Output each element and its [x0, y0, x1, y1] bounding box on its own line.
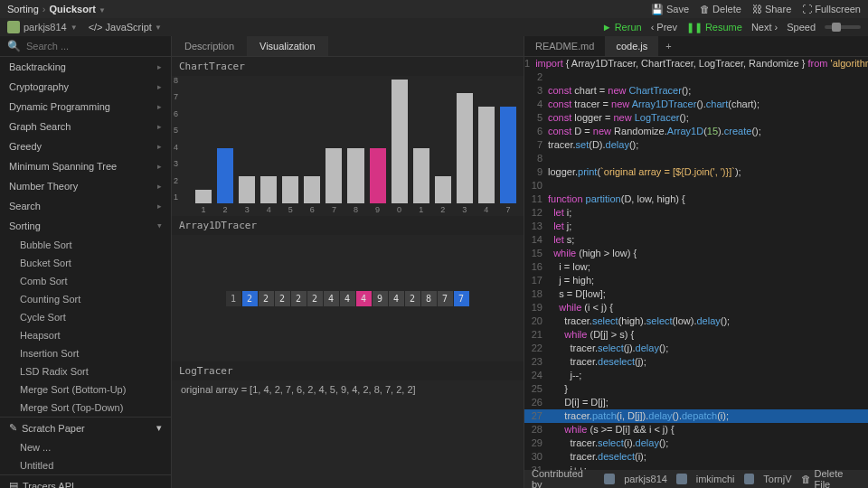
code-line[interactable]: 26 D[i] = D[j]; [524, 396, 868, 409]
fullscreen-button[interactable]: ⛶Fullscreen [802, 4, 861, 15]
code-line[interactable]: 13 let j; [524, 220, 868, 233]
algorithm-item[interactable]: Comb Sort [0, 272, 171, 290]
code-line[interactable]: 8 [524, 152, 868, 165]
algorithm-item[interactable]: Merge Sort (Bottom-Up) [0, 380, 171, 399]
delete-file-button[interactable]: 🗑Delete File [801, 468, 862, 488]
avatar [7, 21, 20, 33]
array-cell: 2 [307, 291, 323, 306]
code-line[interactable]: 23 tracer.deselect(j); [524, 355, 868, 369]
algorithm-item[interactable]: Bubble Sort [0, 236, 171, 254]
chart-bar [217, 148, 233, 203]
chevron-right-icon: ▸ [157, 102, 162, 111]
contributor-link[interactable]: parkjs814 [624, 474, 667, 484]
scratch-item[interactable]: Untitled [0, 456, 171, 474]
category-sorting[interactable]: Sorting▸ [0, 216, 171, 236]
code-line[interactable]: 4const tracer = new Array1DTracer().char… [524, 98, 868, 111]
algorithm-item[interactable]: Merge Sort (Top-Down) [0, 399, 171, 417]
chart-bar [304, 176, 320, 203]
code-line[interactable]: 21 while (D[j] > s) { [524, 328, 868, 342]
chevron-right-icon: ▸ [157, 182, 162, 191]
pause-icon: ❚❚ [686, 22, 703, 33]
code-line[interactable]: 11function partition(D, low, high) { [524, 192, 868, 206]
breadcrumb: Sorting›Quicksort ▼ [7, 4, 106, 14]
trash-icon: 🗑 [801, 474, 811, 484]
algorithm-item[interactable]: LSD Radix Sort [0, 362, 171, 380]
category-item[interactable]: Greedy▸ [0, 136, 171, 156]
code-line[interactable]: 9logger.print(`original array = [${D.joi… [524, 165, 868, 179]
array-title: Array1DTracer [172, 216, 524, 235]
play-icon: ► [602, 22, 612, 33]
contributed-label: Contributed by [532, 468, 595, 488]
share-button[interactable]: ⛓Share [752, 4, 791, 15]
tab-codejs[interactable]: code.js [605, 36, 658, 56]
next-button[interactable]: Next› [751, 22, 778, 33]
category-item[interactable]: Cryptography▸ [0, 77, 171, 97]
speed-slider[interactable] [825, 25, 861, 29]
code-line[interactable]: 14 let s; [524, 233, 868, 247]
code-line[interactable]: 3const chart = new ChartTracer(); [524, 84, 868, 98]
category-item[interactable]: Dynamic Programming▸ [0, 97, 171, 117]
search-input[interactable] [26, 41, 164, 52]
category-item[interactable]: Graph Search▸ [0, 117, 171, 136]
save-button[interactable]: 💾Save [651, 4, 689, 15]
algorithm-item[interactable]: Heapsort [0, 326, 171, 344]
code-line[interactable]: 7tracer.set(D).delay(); [524, 138, 868, 152]
code-line[interactable]: 22 tracer.select(j).delay(); [524, 342, 868, 355]
code-line[interactable]: 29 tracer.select(i).delay(); [524, 436, 868, 450]
algorithm-item[interactable]: Insertion Sort [0, 344, 171, 362]
code-line[interactable]: 18 s = D[low]; [524, 287, 868, 301]
chevron-left-icon: ‹ [651, 22, 655, 33]
code-line[interactable]: 27 tracer.patch(i, D[j]).delay().depatch… [524, 409, 868, 423]
language-select[interactable]: </>JavaScript ▼ [89, 22, 162, 33]
code-line[interactable]: 28 while (s >= D[i] && i < j) { [524, 423, 868, 436]
category-item[interactable]: Backtracking▸ [0, 57, 171, 77]
chevron-right-icon: ▸ [157, 202, 162, 211]
delete-button[interactable]: 🗑Delete [700, 4, 741, 15]
code-editor[interactable]: 1import { Array1DTracer, ChartTracer, Lo… [524, 57, 868, 470]
document-icon: ✎ [9, 422, 17, 434]
rerun-button[interactable]: ►Rerun [602, 22, 642, 33]
code-line[interactable]: 12 let i; [524, 206, 868, 220]
chart-bar [347, 148, 363, 203]
code-line[interactable]: 25 } [524, 382, 868, 396]
code-line[interactable]: 5const logger = new LogTracer(); [524, 111, 868, 125]
chart-bar [282, 176, 298, 203]
tab-readme[interactable]: README.md [524, 36, 605, 56]
tracers-api-link[interactable]: ▤Tracers API [0, 475, 171, 488]
code-line[interactable]: 2 [524, 70, 868, 84]
algorithm-item[interactable]: Counting Sort [0, 290, 171, 308]
resume-button[interactable]: ❚❚Resume [686, 22, 742, 33]
code-line[interactable]: 30 tracer.deselect(i); [524, 450, 868, 464]
code-line[interactable]: 16 i = low; [524, 260, 868, 274]
code-line[interactable]: 19 while (i < j) { [524, 301, 868, 314]
code-line[interactable]: 24 j--; [524, 369, 868, 382]
array-panel: 122222444942877 [172, 235, 524, 361]
search-box[interactable]: 🔍 [0, 36, 171, 57]
tab-description[interactable]: Description [172, 36, 247, 56]
prev-button[interactable]: ‹Prev [651, 22, 677, 33]
avatar [604, 474, 615, 484]
chart-bar [326, 148, 342, 203]
algorithm-item[interactable]: Bucket Sort [0, 254, 171, 272]
code-line[interactable]: 17 j = high; [524, 274, 868, 287]
code-line[interactable]: 6const D = new Randomize.Array1D(15).cre… [524, 125, 868, 138]
code-line[interactable]: 20 tracer.select(high).select(low).delay… [524, 314, 868, 328]
code-line[interactable]: 1import { Array1DTracer, ChartTracer, Lo… [524, 57, 868, 70]
chart-bar [392, 80, 408, 203]
chart-panel: 87654321 123456789012347 [172, 76, 524, 216]
code-line[interactable]: 10 [524, 179, 868, 192]
code-line[interactable]: 15 while (high > low) { [524, 247, 868, 260]
tab-visualization[interactable]: Visualization [247, 36, 328, 56]
fullscreen-icon: ⛶ [802, 4, 812, 14]
scratch-item[interactable]: New ... [0, 438, 171, 456]
scratch-paper-header[interactable]: ✎Scratch Paper▾ [0, 417, 171, 438]
add-tab-button[interactable]: + [658, 36, 678, 56]
contributor-link[interactable]: imkimchi [696, 474, 735, 484]
algorithm-item[interactable]: Cycle Sort [0, 308, 171, 326]
category-item[interactable]: Search▸ [0, 196, 171, 216]
category-item[interactable]: Number Theory▸ [0, 176, 171, 196]
chart-bar [457, 93, 473, 203]
category-item[interactable]: Minimum Spanning Tree▸ [0, 156, 171, 176]
contributor-link[interactable]: TornjV [763, 474, 791, 484]
user-chip[interactable]: parkjs814 ▼ [7, 21, 78, 33]
